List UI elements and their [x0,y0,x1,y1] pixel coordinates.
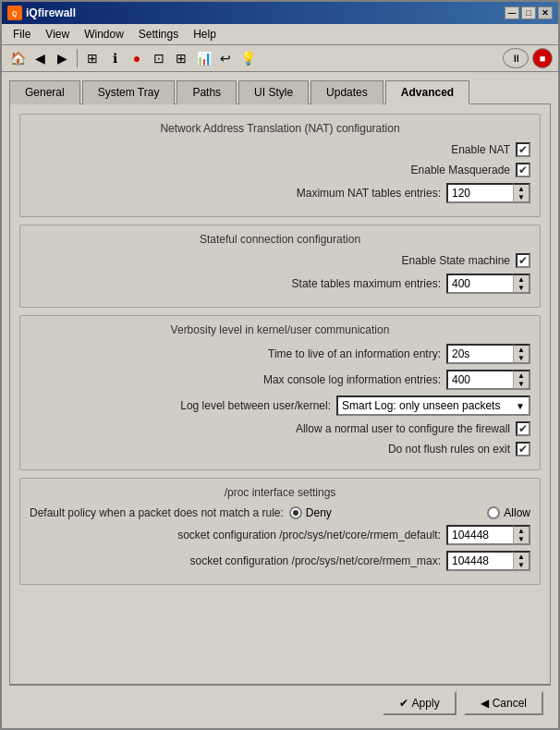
record-icon[interactable]: ● [127,48,147,68]
enable-state-row: Enable State machine ✔ [30,253,530,268]
tab-general[interactable]: General [9,80,80,104]
rmem-max-input[interactable] [446,551,513,571]
state-max-input[interactable] [446,274,513,294]
bottom-bar: ✔ Apply ◀ Cancel [9,685,551,721]
allow-user-checkbox[interactable]: ✔ [516,421,530,436]
radio-allow-circle[interactable] [487,506,500,519]
refresh-icon[interactable]: ↩ [215,48,236,68]
max-log-arrows: ▲ ▼ [513,370,530,390]
state-max-down[interactable]: ▼ [514,284,529,292]
enable-masquerade-label: Enable Masquerade [411,164,510,176]
rmem-max-spinbox: ▲ ▼ [446,551,530,571]
titlebar: Q iQfirewall — □ ✕ [2,2,558,24]
svg-text:Q: Q [12,10,18,18]
state-max-arrows: ▲ ▼ [513,274,530,294]
enable-masquerade-row: Enable Masquerade ✔ [30,163,530,177]
ttl-input[interactable] [446,344,513,364]
enable-masquerade-checkbox[interactable]: ✔ [516,163,530,177]
pause-button[interactable]: ⏸ [503,48,529,68]
rmem-default-row: socket configuration /proc/sys/net/core/… [30,525,530,545]
no-flush-label: Do not flush rules on exit [388,443,510,456]
enable-state-checkbox[interactable]: ✔ [516,253,530,268]
ttl-label: Time to live of an information entry: [268,347,441,360]
enable-nat-checkbox[interactable]: ✔ [516,142,530,157]
rmem-default-down[interactable]: ▼ [514,535,529,543]
state-max-row: State tables maximum entries: ▲ ▼ [30,274,530,294]
cancel-button[interactable]: ◀ Cancel [464,691,543,715]
state-max-spinbox: ▲ ▼ [446,274,530,294]
max-log-label: Max console log information entries: [263,373,441,386]
no-flush-checkbox[interactable]: ✔ [516,442,530,456]
max-log-spinbox: ▲ ▼ [446,370,530,390]
nat-section: Network Address Translation (NAT) config… [19,114,541,217]
log-level-dropdown[interactable]: Smart Log: only unseen packets ▼ [336,395,530,416]
verbosity-section: Verbosity level in kernel/user communica… [19,315,541,470]
max-nat-down[interactable]: ▼ [514,193,529,201]
rmem-default-arrows: ▲ ▼ [513,525,530,545]
close-button[interactable]: ✕ [538,6,553,19]
menu-view[interactable]: View [38,26,77,43]
radio-deny[interactable]: Deny [289,506,332,519]
max-nat-arrows: ▲ ▼ [513,183,530,203]
tab-advanced[interactable]: Advanced [385,80,469,104]
tab-system-tray[interactable]: System Tray [82,80,176,104]
nat-section-title: Network Address Translation (NAT) config… [30,122,530,135]
policy-row: Default policy when a packet does not ma… [30,506,530,519]
forward-icon[interactable]: ▶ [52,48,72,68]
enable-nat-label: Enable NAT [451,143,510,156]
max-nat-up[interactable]: ▲ [514,185,529,193]
max-log-up[interactable]: ▲ [514,371,529,380]
titlebar-controls: — □ ✕ [505,6,553,19]
apply-label: Apply [412,697,440,710]
tab-ui-style[interactable]: UI Style [238,80,309,104]
radio-deny-circle[interactable] [289,506,302,519]
rmem-default-spinbox: ▲ ▼ [446,525,530,545]
state-max-up[interactable]: ▲ [514,275,529,284]
menu-file[interactable]: File [6,26,38,43]
max-nat-label: Maximum NAT tables entries: [297,187,441,200]
info-icon[interactable]: ℹ [104,48,125,68]
menu-settings[interactable]: Settings [131,26,186,43]
squares-icon[interactable]: ⊞ [171,48,191,68]
max-log-down[interactable]: ▼ [514,380,529,388]
grid-icon[interactable]: ⊞ [82,48,103,68]
toolbar: 🏠 ◀ ▶ ⊞ ℹ ● ⊡ ⊞ 📊 ↩ 💡 ⏸ ■ [2,45,558,72]
stop-button[interactable]: ■ [532,48,553,68]
home-icon[interactable]: 🏠 [7,48,28,68]
max-log-row: Max console log information entries: ▲ ▼ [30,370,530,390]
rmem-default-input[interactable] [446,525,513,545]
titlebar-left: Q iQfirewall [7,6,76,20]
tab-updates[interactable]: Updates [310,80,383,104]
ttl-up[interactable]: ▲ [514,346,529,354]
state-max-label: State tables maximum entries: [292,277,441,290]
radio-allow[interactable]: Allow [487,506,530,519]
content-area: General System Tray Paths UI Style Updat… [2,72,558,728]
tab-paths[interactable]: Paths [177,80,237,104]
maximize-button[interactable]: □ [521,6,536,19]
rmem-max-down[interactable]: ▼ [514,561,529,569]
apply-icon: ✔ [399,697,408,710]
rmem-max-up[interactable]: ▲ [514,553,529,561]
menu-window[interactable]: Window [77,26,131,43]
apply-button[interactable]: ✔ Apply [383,691,457,715]
box-icon[interactable]: ⊡ [149,48,169,68]
proc-section-title: /proc interface settings [30,486,530,499]
rmem-default-up[interactable]: ▲ [514,527,529,535]
rmem-default-label: socket configuration /proc/sys/net/core/… [177,529,441,541]
log-level-arrow: ▼ [516,401,525,411]
minimize-button[interactable]: — [505,6,519,19]
policy-label: Default policy when a packet does not ma… [30,506,284,519]
max-nat-input[interactable] [446,183,513,203]
rmem-max-row: socket configuration /proc/sys/net/core/… [30,551,530,571]
enable-nat-row: Enable NAT ✔ [30,142,530,157]
max-log-input[interactable] [446,370,513,390]
bulb-icon[interactable]: 💡 [237,48,258,68]
back-icon[interactable]: ◀ [30,48,50,68]
max-nat-row: Maximum NAT tables entries: ▲ ▼ [30,183,530,203]
proc-section: /proc interface settings Default policy … [19,478,541,585]
ttl-down[interactable]: ▼ [514,354,529,362]
tab-bar: General System Tray Paths UI Style Updat… [9,79,551,103]
chart-icon[interactable]: 📊 [193,48,213,68]
allow-user-row: Allow a normal user to configure the fir… [30,421,530,436]
menu-help[interactable]: Help [186,26,224,43]
